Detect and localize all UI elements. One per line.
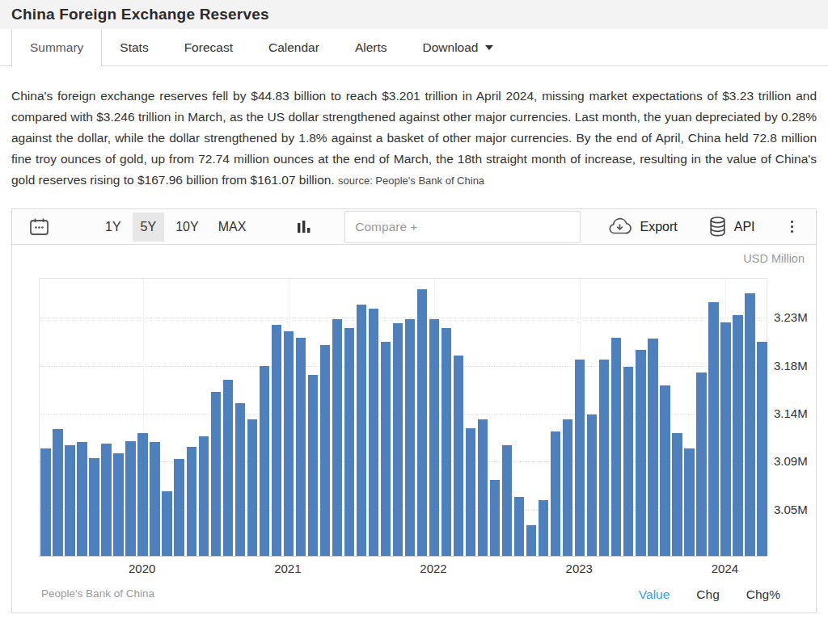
- column-chart-icon[interactable]: [291, 218, 317, 236]
- range-5y-button[interactable]: 5Y: [133, 213, 165, 242]
- chart-bar[interactable]: [429, 319, 439, 556]
- chart-bar[interactable]: [490, 480, 500, 556]
- chart-bar[interactable]: [150, 442, 159, 556]
- chg-link[interactable]: Chg: [696, 587, 719, 602]
- x-axis-tick-label: 2023: [566, 562, 593, 575]
- tab-bar: Summary Stats Forecast Calendar Alerts D…: [0, 29, 828, 66]
- chart-bar[interactable]: [125, 441, 135, 556]
- range-10y-button[interactable]: 10Y: [167, 213, 206, 242]
- chart-bar[interactable]: [660, 385, 670, 556]
- chart-bar[interactable]: [466, 428, 475, 556]
- chart-bar[interactable]: [696, 373, 706, 556]
- y-axis-tick-label: 3.23M: [774, 310, 808, 324]
- chart-bar[interactable]: [247, 419, 257, 556]
- chart-bar[interactable]: [417, 289, 427, 556]
- range-max-button[interactable]: MAX: [210, 213, 255, 242]
- chart-bar[interactable]: [563, 419, 572, 556]
- tab-alerts[interactable]: Alerts: [337, 29, 405, 65]
- chart-bar[interactable]: [757, 342, 767, 556]
- chart-bar[interactable]: [502, 445, 512, 556]
- chart-bar[interactable]: [478, 419, 488, 556]
- chart-bar[interactable]: [733, 315, 742, 556]
- chart-bar[interactable]: [551, 431, 560, 556]
- chart-bar[interactable]: [745, 293, 754, 556]
- tab-calendar[interactable]: Calendar: [251, 29, 337, 65]
- chart-bar[interactable]: [599, 360, 609, 556]
- chart-bar[interactable]: [611, 338, 621, 556]
- range-selector: 1Y 5Y 10Y MAX: [95, 213, 256, 242]
- api-button[interactable]: API: [708, 216, 755, 238]
- chart-bar[interactable]: [344, 328, 354, 556]
- x-axis-tick-label: 2020: [129, 562, 155, 575]
- chart-bar[interactable]: [393, 323, 403, 556]
- plot-area[interactable]: [39, 278, 767, 557]
- range-1y-button[interactable]: 1Y: [97, 213, 129, 242]
- chart-bar[interactable]: [708, 302, 718, 556]
- chart-bar[interactable]: [587, 415, 597, 556]
- tab-forecast[interactable]: Forecast: [167, 29, 251, 65]
- chart-bar[interactable]: [381, 342, 391, 556]
- chart-bar[interactable]: [332, 319, 342, 556]
- chart-bar[interactable]: [187, 447, 196, 556]
- compare-input[interactable]: [344, 211, 581, 243]
- unit-label: USD Million: [743, 252, 805, 265]
- chart-bar[interactable]: [308, 375, 318, 556]
- chart-bar[interactable]: [720, 322, 730, 556]
- chart-bar[interactable]: [40, 448, 50, 556]
- chart-bar[interactable]: [296, 338, 306, 556]
- y-axis-tick-label: 3.18M: [774, 358, 808, 372]
- chart-bar[interactable]: [162, 491, 171, 556]
- x-axis-tick-label: 2021: [274, 562, 301, 575]
- x-axis-tick-label: 2022: [420, 562, 446, 575]
- chg-pct-link[interactable]: Chg%: [746, 587, 780, 602]
- tab-summary[interactable]: Summary: [11, 29, 102, 66]
- export-button[interactable]: Export: [607, 217, 677, 236]
- database-icon: [708, 216, 727, 238]
- tab-stats[interactable]: Stats: [102, 29, 166, 65]
- page-header: China Foreign Exchange Reserves: [0, 0, 828, 29]
- gridline-horizontal: [40, 318, 767, 318]
- chart-bar[interactable]: [575, 360, 585, 556]
- chart-bar[interactable]: [199, 436, 209, 556]
- chart-bar[interactable]: [223, 380, 233, 556]
- chart-bar[interactable]: [65, 445, 74, 556]
- chart-bar[interactable]: [623, 367, 633, 556]
- chart-bar[interactable]: [357, 305, 366, 556]
- tab-download[interactable]: Download: [405, 29, 512, 65]
- chart-card: 1Y 5Y 10Y MAX Export: [11, 208, 817, 613]
- summary-source: source: People's Bank of China: [338, 175, 484, 187]
- cloud-download-icon: [607, 217, 632, 236]
- calendar-icon[interactable]: [23, 217, 55, 238]
- chart-bar[interactable]: [211, 392, 221, 556]
- chart-bar[interactable]: [636, 350, 645, 556]
- chart-bar[interactable]: [113, 453, 123, 556]
- chart-bar[interactable]: [77, 442, 87, 556]
- chart-bar[interactable]: [684, 448, 694, 556]
- chart-bar[interactable]: [174, 459, 184, 556]
- summary-body: China's foreign exchange reserves fell b…: [11, 89, 817, 187]
- chart-bar[interactable]: [539, 500, 548, 556]
- y-axis-tick-label: 3.09M: [774, 454, 808, 468]
- x-axis-tick-label: 2024: [712, 562, 738, 575]
- chart-bar[interactable]: [89, 458, 99, 556]
- chart-bar[interactable]: [441, 328, 451, 556]
- chart-bar[interactable]: [369, 309, 378, 556]
- chart-bar[interactable]: [272, 325, 281, 556]
- chart-bar[interactable]: [137, 433, 147, 556]
- chart-bar[interactable]: [320, 345, 330, 556]
- chart-bar[interactable]: [648, 339, 657, 556]
- chart-bar[interactable]: [53, 429, 62, 556]
- chart-bar[interactable]: [260, 366, 269, 556]
- kebab-menu-icon[interactable]: [786, 217, 799, 237]
- chart-footer-links: Value Chg Chg%: [639, 587, 780, 602]
- value-link[interactable]: Value: [639, 587, 670, 602]
- chart-bar[interactable]: [284, 331, 294, 556]
- chart-bar[interactable]: [405, 319, 415, 556]
- chart-bar[interactable]: [514, 497, 524, 556]
- page-title: China Foreign Exchange Reserves: [11, 6, 269, 23]
- chart-bar[interactable]: [454, 356, 463, 556]
- chart-bar[interactable]: [101, 444, 111, 556]
- chart-bar[interactable]: [235, 403, 245, 556]
- chart-bar[interactable]: [526, 525, 536, 556]
- chart-bar[interactable]: [672, 433, 682, 556]
